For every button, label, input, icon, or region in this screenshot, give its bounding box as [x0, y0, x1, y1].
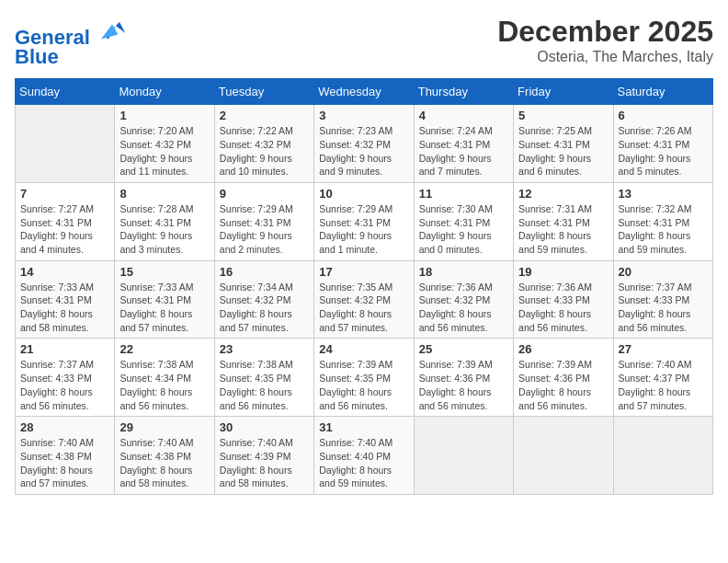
day-number: 30 — [220, 420, 309, 434]
logo-icon — [97, 15, 127, 44]
day-detail: Sunrise: 7:29 AM Sunset: 4:31 PM Dayligh… — [319, 202, 408, 257]
day-cell: 27Sunrise: 7:40 AM Sunset: 4:37 PM Dayli… — [613, 339, 712, 417]
day-cell — [613, 417, 712, 495]
day-number: 15 — [119, 265, 209, 279]
day-cell: 13Sunrise: 7:32 AM Sunset: 4:31 PM Dayli… — [613, 182, 712, 260]
day-number: 22 — [119, 342, 209, 356]
day-detail: Sunrise: 7:36 AM Sunset: 4:32 PM Dayligh… — [419, 281, 508, 335]
day-detail: Sunrise: 7:39 AM Sunset: 4:36 PM Dayligh… — [419, 358, 508, 412]
day-number: 17 — [319, 265, 408, 279]
day-number: 9 — [220, 187, 309, 201]
day-detail: Sunrise: 7:40 AM Sunset: 4:39 PM Dayligh… — [220, 436, 309, 490]
week-row-1: 7Sunrise: 7:27 AM Sunset: 4:31 PM Daylig… — [16, 182, 713, 260]
day-number: 1 — [119, 109, 209, 122]
day-detail: Sunrise: 7:30 AM Sunset: 4:31 PM Dayligh… — [419, 202, 508, 257]
day-number: 8 — [119, 187, 209, 201]
day-cell: 22Sunrise: 7:38 AM Sunset: 4:34 PM Dayli… — [115, 339, 214, 417]
day-detail: Sunrise: 7:37 AM Sunset: 4:33 PM Dayligh… — [619, 281, 708, 335]
day-detail: Sunrise: 7:36 AM Sunset: 4:33 PM Dayligh… — [518, 281, 608, 335]
day-number: 10 — [319, 187, 408, 201]
day-number: 13 — [619, 187, 708, 201]
logo-text: General — [15, 15, 127, 49]
day-cell: 11Sunrise: 7:30 AM Sunset: 4:31 PM Dayli… — [414, 182, 513, 260]
day-cell: 25Sunrise: 7:39 AM Sunset: 4:36 PM Dayli… — [414, 339, 513, 417]
day-number: 14 — [20, 265, 109, 279]
header-cell-sunday: Sunday — [16, 79, 115, 105]
week-row-2: 14Sunrise: 7:33 AM Sunset: 4:31 PM Dayli… — [16, 260, 713, 339]
day-number: 3 — [319, 109, 408, 122]
day-cell: 1Sunrise: 7:20 AM Sunset: 4:32 PM Daylig… — [115, 105, 214, 183]
header-cell-wednesday: Wednesday — [314, 79, 414, 105]
week-row-0: 1Sunrise: 7:20 AM Sunset: 4:32 PM Daylig… — [16, 105, 713, 183]
calendar: SundayMondayTuesdayWednesdayThursdayFrid… — [15, 78, 713, 495]
header-cell-saturday: Saturday — [613, 79, 712, 105]
day-detail: Sunrise: 7:32 AM Sunset: 4:31 PM Dayligh… — [619, 202, 708, 257]
day-cell: 24Sunrise: 7:39 AM Sunset: 4:35 PM Dayli… — [314, 339, 414, 417]
day-number: 21 — [20, 342, 109, 356]
day-cell: 19Sunrise: 7:36 AM Sunset: 4:33 PM Dayli… — [514, 260, 613, 339]
day-detail: Sunrise: 7:28 AM Sunset: 4:31 PM Dayligh… — [119, 202, 209, 257]
day-cell — [414, 417, 513, 495]
day-detail: Sunrise: 7:24 AM Sunset: 4:31 PM Dayligh… — [419, 124, 508, 178]
day-number: 28 — [20, 420, 109, 434]
day-number: 11 — [419, 187, 508, 201]
header-row: SundayMondayTuesdayWednesdayThursdayFrid… — [16, 79, 713, 105]
day-detail: Sunrise: 7:39 AM Sunset: 4:36 PM Dayligh… — [518, 358, 608, 412]
day-detail: Sunrise: 7:38 AM Sunset: 4:34 PM Dayligh… — [119, 358, 209, 412]
day-number: 4 — [419, 109, 508, 122]
day-cell: 12Sunrise: 7:31 AM Sunset: 4:31 PM Dayli… — [514, 182, 613, 260]
day-detail: Sunrise: 7:35 AM Sunset: 4:32 PM Dayligh… — [319, 281, 408, 335]
day-number: 23 — [220, 342, 309, 356]
day-cell: 14Sunrise: 7:33 AM Sunset: 4:31 PM Dayli… — [16, 260, 115, 339]
calendar-header: SundayMondayTuesdayWednesdayThursdayFrid… — [16, 79, 713, 105]
day-cell — [16, 105, 115, 183]
day-detail: Sunrise: 7:25 AM Sunset: 4:31 PM Dayligh… — [518, 124, 608, 178]
day-cell: 17Sunrise: 7:35 AM Sunset: 4:32 PM Dayli… — [314, 260, 414, 339]
day-number: 26 — [518, 342, 608, 356]
day-detail: Sunrise: 7:31 AM Sunset: 4:31 PM Dayligh… — [518, 202, 608, 257]
day-cell: 29Sunrise: 7:40 AM Sunset: 4:38 PM Dayli… — [115, 417, 214, 495]
day-detail: Sunrise: 7:40 AM Sunset: 4:37 PM Dayligh… — [619, 358, 708, 412]
title-area: December 2025 Osteria, The Marches, Ital… — [497, 15, 713, 65]
calendar-body: 1Sunrise: 7:20 AM Sunset: 4:32 PM Daylig… — [16, 105, 713, 495]
header-cell-thursday: Thursday — [414, 79, 513, 105]
svg-marker-1 — [101, 24, 118, 39]
logo: General Blue — [15, 15, 127, 69]
day-number: 24 — [319, 342, 408, 356]
day-detail: Sunrise: 7:33 AM Sunset: 4:31 PM Dayligh… — [20, 281, 109, 335]
day-number: 25 — [419, 342, 508, 356]
day-number: 20 — [619, 265, 708, 279]
day-number: 7 — [20, 187, 109, 201]
day-cell: 4Sunrise: 7:24 AM Sunset: 4:31 PM Daylig… — [414, 105, 513, 183]
day-cell: 6Sunrise: 7:26 AM Sunset: 4:31 PM Daylig… — [613, 105, 712, 183]
day-cell: 8Sunrise: 7:28 AM Sunset: 4:31 PM Daylig… — [115, 182, 214, 260]
day-cell: 16Sunrise: 7:34 AM Sunset: 4:32 PM Dayli… — [214, 260, 313, 339]
day-cell: 5Sunrise: 7:25 AM Sunset: 4:31 PM Daylig… — [514, 105, 613, 183]
header-cell-monday: Monday — [115, 79, 214, 105]
day-cell: 23Sunrise: 7:38 AM Sunset: 4:35 PM Dayli… — [214, 339, 313, 417]
day-number: 12 — [518, 187, 608, 201]
day-detail: Sunrise: 7:34 AM Sunset: 4:32 PM Dayligh… — [220, 281, 309, 335]
day-cell: 26Sunrise: 7:39 AM Sunset: 4:36 PM Dayli… — [514, 339, 613, 417]
day-cell: 28Sunrise: 7:40 AM Sunset: 4:38 PM Dayli… — [16, 417, 115, 495]
day-cell: 31Sunrise: 7:40 AM Sunset: 4:40 PM Dayli… — [314, 417, 414, 495]
day-detail: Sunrise: 7:29 AM Sunset: 4:31 PM Dayligh… — [220, 202, 309, 257]
day-detail: Sunrise: 7:33 AM Sunset: 4:31 PM Dayligh… — [119, 281, 209, 335]
day-number: 6 — [619, 109, 708, 122]
day-cell: 3Sunrise: 7:23 AM Sunset: 4:32 PM Daylig… — [314, 105, 414, 183]
day-detail: Sunrise: 7:26 AM Sunset: 4:31 PM Dayligh… — [619, 124, 708, 178]
day-number: 2 — [220, 109, 309, 122]
day-cell: 2Sunrise: 7:22 AM Sunset: 4:32 PM Daylig… — [214, 105, 313, 183]
day-detail: Sunrise: 7:20 AM Sunset: 4:32 PM Dayligh… — [119, 124, 209, 178]
day-cell — [514, 417, 613, 495]
day-number: 16 — [220, 265, 309, 279]
day-cell: 30Sunrise: 7:40 AM Sunset: 4:39 PM Dayli… — [214, 417, 313, 495]
day-detail: Sunrise: 7:40 AM Sunset: 4:38 PM Dayligh… — [119, 436, 209, 490]
location-title: Osteria, The Marches, Italy — [497, 49, 713, 65]
day-number: 5 — [518, 109, 608, 122]
day-cell: 20Sunrise: 7:37 AM Sunset: 4:33 PM Dayli… — [613, 260, 712, 339]
day-cell: 10Sunrise: 7:29 AM Sunset: 4:31 PM Dayli… — [314, 182, 414, 260]
month-title: December 2025 — [497, 15, 713, 49]
week-row-4: 28Sunrise: 7:40 AM Sunset: 4:38 PM Dayli… — [16, 417, 713, 495]
header: General Blue December 2025 Osteria, The … — [15, 15, 713, 69]
